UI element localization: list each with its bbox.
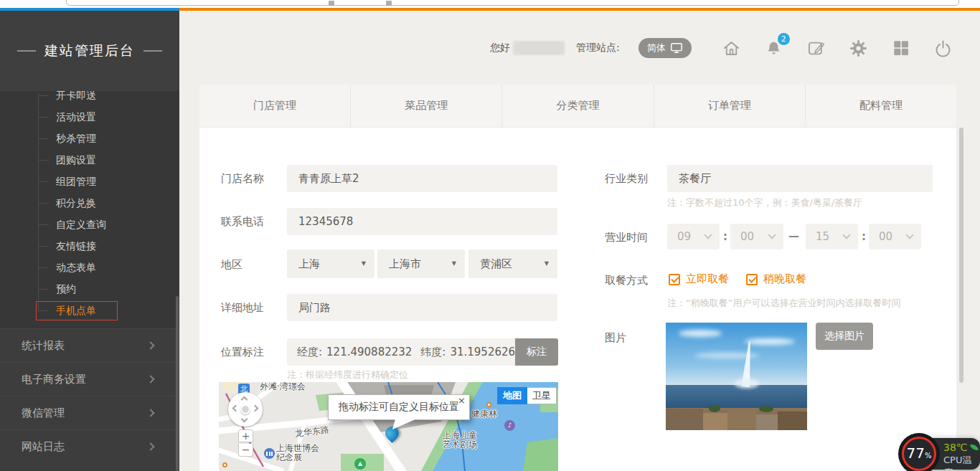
image-label: 图片 <box>605 331 626 345</box>
latitude-value: 31.1952626403 <box>450 346 515 358</box>
map-zoom-out-button[interactable]: − <box>238 444 253 457</box>
map-marker-tooltip: 拖动标注可自定义目标位置 × <box>328 394 470 420</box>
dropdown-arrow-icon: ▼ <box>545 249 549 278</box>
map-widget[interactable]: 北 + − 地图 卫星 拖动标注可自定义目标位置 × 外滩·湾璟会 龙华东路 健… <box>219 382 558 471</box>
industry-note: 注：字数不超过10个字，例：美食/粤菜/茶餐厅 <box>667 196 862 209</box>
sidebar-menu-item[interactable]: 秒杀管理 <box>0 128 179 149</box>
chevron-down-icon <box>704 231 712 239</box>
tab[interactable]: 门店管理 <box>199 85 351 127</box>
address-bar-text-remnant <box>386 1 392 6</box>
chevron-right-icon <box>146 341 154 349</box>
leaf-icon <box>969 443 978 452</box>
latitude-label: 纬度: <box>420 346 446 359</box>
top-accent-bar-orange <box>179 8 980 11</box>
app-title: 建站管理后台 <box>44 42 135 60</box>
header-icons: 2 <box>722 38 953 58</box>
address-input[interactable] <box>287 294 557 321</box>
store-name-input[interactable] <box>287 165 557 192</box>
sidebar-menu-item[interactable]: 友情链接 <box>0 235 179 257</box>
notification-badge: 2 <box>778 33 790 45</box>
industry-input[interactable] <box>667 165 933 192</box>
map-pan-control[interactable] <box>228 392 263 427</box>
sidebar-menu-item[interactable]: 团购设置 <box>0 149 179 171</box>
tab[interactable]: 订单管理 <box>654 85 806 127</box>
sidebar-menu-item[interactable]: 自定义查询 <box>0 214 179 235</box>
content-card: 门店管理 菜品管理 分类管理 订单管理 配料管理 门店名称 联系电话 地区 上海… <box>199 85 956 471</box>
mark-location-button[interactable]: 标注 <box>515 338 558 366</box>
tab[interactable]: 分类管理 <box>502 85 654 127</box>
cpu-usage-percent-sign: % <box>925 452 932 460</box>
compose-button[interactable] <box>806 38 826 58</box>
cpu-usage-percent: 77 <box>907 446 925 460</box>
sidebar-menu-item[interactable]: 手机点单 <box>0 300 179 321</box>
address-label: 详细地址 <box>221 301 264 315</box>
sidebar-menu-item[interactable]: 动态表单 <box>0 257 179 278</box>
sidebar-menu-item[interactable]: 组团管理 <box>0 171 179 192</box>
home-button[interactable] <box>722 38 742 58</box>
theater-poi-icon: ♪ <box>504 420 515 431</box>
sidebar-menu: 开卡即送 活动设置 秒杀管理 团购设置 组团管理 积分兑换 自定义查询 友情链接… <box>0 85 179 321</box>
map-type-map-button[interactable]: 地图 <box>497 387 527 404</box>
city-select[interactable]: 上海市 ▼ <box>377 249 465 278</box>
phone-input[interactable] <box>287 208 557 235</box>
sidebar-menu-item[interactable]: 积分兑换 <box>0 192 179 214</box>
close-hour-select[interactable]: 15 <box>806 224 858 249</box>
content-scrollbar-thumb[interactable] <box>959 128 963 383</box>
tooltip-close-icon[interactable]: × <box>458 396 466 405</box>
map-type-satellite-button[interactable]: 卫星 <box>527 387 557 404</box>
pickup-checkbox[interactable] <box>746 274 758 285</box>
close-hour-value: 15 <box>816 230 829 243</box>
pan-right-icon[interactable] <box>252 405 259 412</box>
site-label: 管理站点: <box>576 42 620 54</box>
monitor-icon <box>670 42 683 54</box>
hours-label: 营业时间 <box>605 231 648 244</box>
sidebar-section[interactable]: 统计报表 <box>0 328 179 362</box>
time-range-dash: — <box>788 229 799 242</box>
sidebar-section-label: 统计报表 <box>22 339 65 353</box>
sidebar-menu-item[interactable]: 活动设置 <box>0 106 179 128</box>
edit-icon <box>806 39 826 58</box>
location-coordinates-field[interactable]: 经度: 121.490882232 纬度: 31.1952626403 <box>287 338 515 366</box>
sidebar-section[interactable]: 微信管理 <box>0 396 179 429</box>
map-label-expo: 上海世博会 纪念展 <box>276 444 319 462</box>
pickup-checkbox[interactable] <box>669 274 680 285</box>
browser-chrome-remnant <box>0 0 980 8</box>
province-select[interactable]: 上海 ▼ <box>287 249 374 278</box>
sidebar-scrollbar-thumb[interactable] <box>176 296 179 471</box>
pickup-option-label[interactable]: 稍晚取餐 <box>763 272 806 286</box>
photo-cloud <box>745 338 795 345</box>
sidebar-section[interactable]: 电子商务设置 <box>0 362 179 396</box>
district-select[interactable]: 黄浦区 ▼ <box>468 249 557 278</box>
pickup-option-label[interactable]: 立即取餐 <box>686 272 729 286</box>
open-minute-select[interactable]: 00 <box>730 224 783 249</box>
pan-up-icon[interactable] <box>241 396 248 404</box>
pickup-label: 取餐方式 <box>605 274 648 287</box>
settings-button[interactable] <box>849 38 869 58</box>
language-switch-button[interactable]: 简体 <box>639 38 692 58</box>
close-minute-select[interactable]: 00 <box>869 224 921 249</box>
park-poi-icon: ▲ <box>354 458 366 470</box>
store-photo-thumbnail[interactable] <box>666 323 807 430</box>
logout-button[interactable] <box>933 38 953 58</box>
sidebar-section-label: 网站日志 <box>22 440 65 454</box>
sidebar-section[interactable]: 网站日志 <box>0 429 179 463</box>
region-label: 地区 <box>221 258 242 272</box>
phone-label: 联系电话 <box>221 215 264 229</box>
choose-image-button[interactable]: 选择图片 <box>816 323 873 350</box>
time-colon: : <box>723 230 727 243</box>
dropdown-arrow-icon: ▼ <box>452 249 456 278</box>
sidebar-menu-item[interactable]: 预约 <box>0 278 179 300</box>
apps-button[interactable] <box>891 38 911 58</box>
map-label-park: 健康林 <box>471 408 497 420</box>
pan-center-knob[interactable] <box>240 404 250 414</box>
open-hour-select[interactable]: 09 <box>667 224 720 249</box>
pan-down-icon[interactable] <box>241 416 248 423</box>
tab[interactable]: 配料管理 <box>806 85 956 127</box>
open-minute-value: 00 <box>740 230 754 243</box>
tab[interactable]: 菜品管理 <box>351 85 502 127</box>
notifications-button[interactable]: 2 <box>764 38 784 58</box>
pan-left-icon[interactable] <box>232 405 240 412</box>
address-bar-text-remnant <box>329 1 334 6</box>
map-type-toggle: 地图 卫星 <box>497 387 557 404</box>
map-zoom-in-button[interactable]: + <box>238 429 253 442</box>
